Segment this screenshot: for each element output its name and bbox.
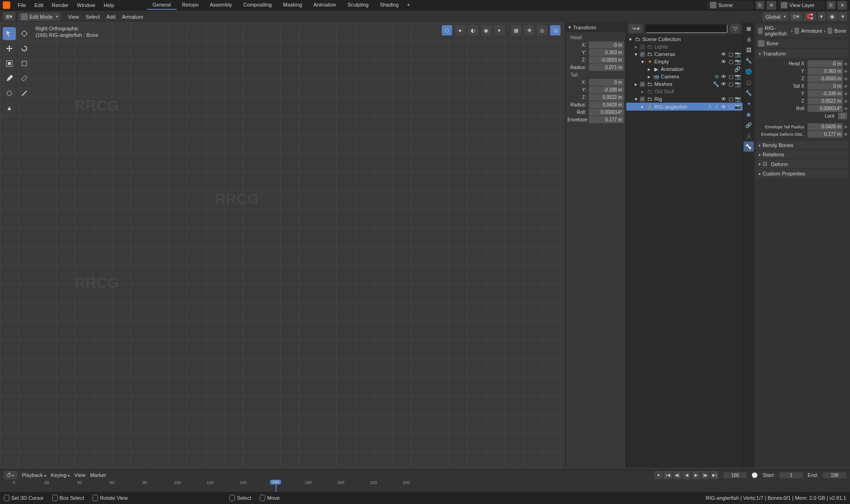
blender-logo-icon[interactable] bbox=[3, 1, 10, 9]
anim-dot[interactable] bbox=[844, 133, 847, 136]
anim-dot[interactable] bbox=[844, 126, 847, 128]
head-x-input[interactable]: -0 m bbox=[808, 60, 843, 67]
workspace-assembly[interactable]: Assembly bbox=[204, 0, 238, 10]
relations-panel[interactable]: Relations bbox=[756, 150, 848, 159]
tree-lights[interactable]: ▸🗀Lights bbox=[626, 43, 743, 50]
workspace-shading[interactable]: Shading bbox=[374, 0, 404, 10]
visibility-icon[interactable]: 👁 bbox=[721, 74, 727, 80]
collection-checkbox[interactable]: ✓ bbox=[640, 97, 645, 102]
keyframe-prev-button[interactable]: ◀| bbox=[673, 471, 681, 479]
render-icon[interactable]: 📷 bbox=[735, 81, 741, 87]
collection-checkbox[interactable] bbox=[640, 44, 645, 49]
tree-cameras[interactable]: ▾✓🗀Cameras👁▢📷 bbox=[626, 50, 743, 58]
3d-viewport[interactable]: Right Orthographic (166) RIG-anglerfish … bbox=[0, 22, 626, 468]
end-frame-field[interactable]: 198 bbox=[823, 472, 846, 478]
tail-z-input[interactable]: 0.0522 m bbox=[808, 98, 843, 105]
viewport-icon[interactable]: ▢ bbox=[728, 104, 734, 110]
workspace-sculpting[interactable]: Sculpting bbox=[342, 0, 374, 10]
scene-delete-button[interactable]: ✕ bbox=[766, 1, 776, 10]
viewlayer-props-tab[interactable]: 🖼 bbox=[744, 45, 754, 55]
jump-start-button[interactable]: |◀ bbox=[664, 471, 672, 479]
workspace-retopo[interactable]: Retopo bbox=[177, 0, 204, 10]
render-icon[interactable]: 📷 bbox=[735, 74, 741, 80]
viewport-icon[interactable]: ▢ bbox=[728, 81, 734, 87]
scale-tool[interactable] bbox=[3, 57, 16, 70]
tail-radius-field[interactable]: 0.0428 m bbox=[589, 101, 624, 108]
viewlayer-new-button[interactable]: ⎘ bbox=[827, 1, 836, 9]
keying-menu[interactable]: Keying bbox=[51, 472, 70, 478]
viewport-icon[interactable]: ▢ bbox=[728, 96, 734, 102]
lock-checkbox[interactable]: ☐ bbox=[838, 112, 847, 119]
render-icon[interactable]: 📷 bbox=[735, 51, 741, 57]
xray-toggle[interactable]: ⊡ bbox=[550, 25, 560, 35]
menu-add[interactable]: Add bbox=[106, 14, 116, 20]
outliner-filter-button[interactable]: ▽ bbox=[730, 24, 740, 33]
tail-y-input[interactable]: -0.338 m bbox=[808, 90, 843, 97]
menu-render[interactable]: Render bbox=[48, 1, 72, 9]
play-button[interactable]: ▶ bbox=[692, 471, 700, 479]
workspace-add[interactable]: + bbox=[404, 0, 413, 10]
tail-x-input[interactable]: 0 m bbox=[808, 83, 843, 90]
extrude-tool[interactable] bbox=[3, 102, 16, 115]
wireframe-shading[interactable]: ⬡ bbox=[442, 25, 452, 35]
visibility-icon[interactable]: 👁 bbox=[721, 59, 727, 65]
menu-help[interactable]: Help bbox=[100, 1, 118, 9]
deform-checkbox[interactable]: ☑ bbox=[763, 161, 767, 167]
pivot-button[interactable]: ⊙▾ bbox=[790, 12, 802, 21]
anim-dot[interactable] bbox=[844, 107, 847, 110]
viewlayer-selector[interactable]: View Layer bbox=[778, 1, 825, 9]
bone-name-field[interactable]: Bone bbox=[756, 39, 848, 48]
anim-dot[interactable] bbox=[844, 100, 847, 103]
collection-checkbox[interactable]: ✓ bbox=[640, 52, 645, 57]
visibility-icon[interactable]: 👁 bbox=[721, 81, 727, 87]
scene-selector[interactable]: Scene bbox=[707, 1, 754, 9]
tail-y-field[interactable]: -0.338 m bbox=[589, 86, 624, 93]
viewlayer-delete-button[interactable]: ✕ bbox=[837, 1, 847, 10]
n-panel-transform-header[interactable]: ▾ Transform bbox=[566, 22, 626, 32]
tree-oldstuff[interactable]: ▸🗀Old Stuff bbox=[626, 88, 743, 95]
snap-options[interactable]: ▾ bbox=[817, 12, 826, 21]
outliner-display-mode[interactable]: ≔▾ bbox=[629, 24, 643, 33]
custom-props-panel[interactable]: Custom Properties bbox=[756, 169, 848, 178]
render-props-tab[interactable]: ▦ bbox=[744, 23, 754, 34]
anim-dot[interactable] bbox=[844, 77, 847, 80]
timeline-view-menu[interactable]: View bbox=[74, 472, 85, 478]
roll-field[interactable]: 0.000014° bbox=[589, 109, 624, 116]
menu-armature[interactable]: Armature bbox=[122, 14, 143, 20]
editor-type-button[interactable]: ⊞▾ bbox=[3, 12, 15, 21]
jump-end-button[interactable]: ▶| bbox=[710, 471, 719, 479]
object-props-tab[interactable]: ▢ bbox=[744, 77, 754, 87]
solid-shading[interactable]: ● bbox=[455, 25, 465, 35]
armature-props-tab[interactable]: 人 bbox=[744, 131, 754, 141]
render-icon[interactable]: 📷 bbox=[735, 59, 741, 65]
physics-props-tab[interactable]: ◉ bbox=[744, 109, 754, 119]
playback-menu[interactable]: Playback bbox=[22, 472, 46, 478]
scene-props-tab[interactable]: 🔧 bbox=[744, 56, 754, 66]
anim-dot[interactable] bbox=[844, 63, 847, 65]
lookdev-shading[interactable]: ◐ bbox=[468, 25, 478, 35]
playhead[interactable]: 166 bbox=[276, 480, 276, 492]
timeline-ruler[interactable]: 020406080100120140160180200220240 166 bbox=[0, 480, 850, 492]
workspace-general[interactable]: General bbox=[147, 0, 177, 10]
rendered-shading[interactable]: ◉ bbox=[481, 25, 491, 35]
tree-animation[interactable]: ▸▶Animation🔗 bbox=[626, 65, 743, 73]
scene-new-button[interactable]: ⎘ bbox=[756, 1, 765, 9]
workspace-compositing[interactable]: Compositing bbox=[238, 0, 277, 10]
visibility-icon[interactable]: 👁 bbox=[721, 104, 727, 110]
menu-select[interactable]: Select bbox=[85, 14, 100, 20]
head-y-field[interactable]: 0.363 m bbox=[589, 49, 624, 56]
constraint-props-tab[interactable]: 🔗 bbox=[744, 120, 754, 130]
envelope-field[interactable]: 0.177 m bbox=[589, 116, 624, 123]
render-icon[interactable]: 📷 bbox=[735, 96, 741, 102]
bone-props-tab[interactable]: 🦴 bbox=[744, 141, 754, 152]
menu-window[interactable]: Window bbox=[73, 1, 99, 9]
orientation-selector[interactable]: Global bbox=[763, 12, 788, 21]
outliner-tree[interactable]: ▾🗀Scene Collection ▸🗀Lights ▾✓🗀Cameras👁▢… bbox=[626, 35, 743, 468]
snap-toggle[interactable]: 🧲 bbox=[804, 12, 816, 21]
tree-rig[interactable]: ▾✓🗀Rig👁▢📷 bbox=[626, 95, 743, 103]
proportional-options[interactable]: ▾ bbox=[839, 12, 847, 21]
menu-file[interactable]: File bbox=[14, 1, 30, 9]
tree-meshes[interactable]: ▸✓🗀Meshes🔧👁▢📷 bbox=[626, 80, 743, 88]
viewport-icon[interactable]: ▢ bbox=[728, 51, 734, 57]
cursor-tool[interactable] bbox=[18, 27, 31, 40]
